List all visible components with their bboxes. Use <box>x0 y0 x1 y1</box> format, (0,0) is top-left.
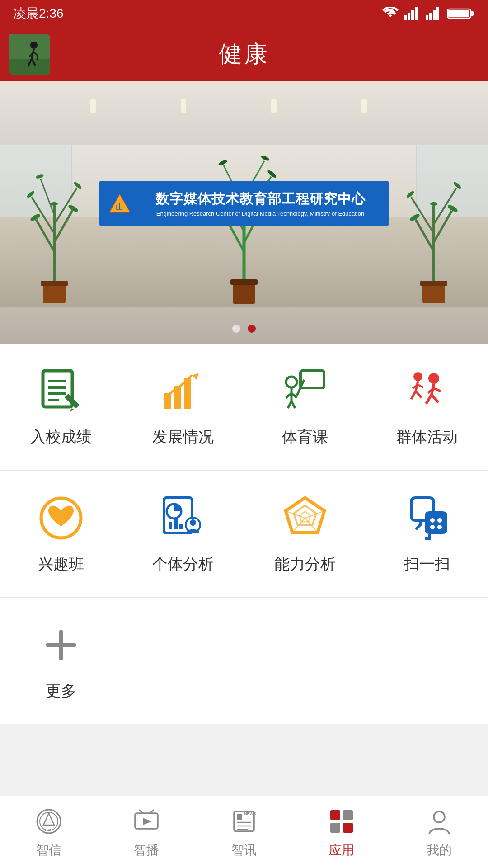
tab-bar: 1937 智信 智播 NEWS <box>0 796 488 868</box>
tab-zhixun[interactable]: NEWS 智讯 <box>195 796 293 868</box>
individual-analysis-label: 个体分析 <box>152 554 214 575</box>
svg-line-81 <box>291 401 295 408</box>
zhixin-icon: 1937 <box>33 806 65 837</box>
plant-center <box>212 152 276 307</box>
svg-rect-133 <box>330 823 340 833</box>
group-activity-label: 群体活动 <box>396 427 458 448</box>
ceiling-light-2 <box>181 99 186 113</box>
svg-point-49 <box>218 159 228 166</box>
svg-text:1937: 1937 <box>44 828 53 832</box>
banner: 山 数字媒体技术教育部工程研究中心 Engineering Research C… <box>0 81 488 344</box>
zhibo-label: 智播 <box>134 842 159 859</box>
page-title: 健康 <box>219 38 269 70</box>
svg-line-86 <box>416 391 422 398</box>
grid-row-2: 兴趣班 <box>0 471 488 598</box>
svg-rect-98 <box>169 522 172 529</box>
svg-point-60 <box>447 204 459 213</box>
grid-row-1: 入校成绩 发展情况 <box>0 344 488 471</box>
yingyong-icon <box>326 806 357 837</box>
svg-rect-99 <box>174 519 178 529</box>
svg-rect-3 <box>415 7 418 20</box>
signal-icon-2 <box>426 7 442 20</box>
svg-point-34 <box>35 173 44 179</box>
svg-rect-7 <box>436 7 439 20</box>
ability-analysis-icon <box>280 493 330 543</box>
svg-line-91 <box>426 395 432 404</box>
ability-analysis-label: 能力分析 <box>274 554 336 575</box>
group-activity-item[interactable]: 群体活动 <box>366 344 488 470</box>
ceiling-light-3 <box>271 99 277 113</box>
development-item[interactable]: 发展情况 <box>122 344 244 470</box>
scan-item[interactable]: 扫一扫 <box>366 471 488 597</box>
pe-class-icon <box>280 366 330 416</box>
entrance-score-icon <box>36 366 86 416</box>
interest-class-item[interactable]: 兴趣班 <box>0 471 122 597</box>
svg-point-76 <box>286 377 297 387</box>
empty-cell-2 <box>244 598 366 724</box>
more-item[interactable]: 更多 <box>0 598 122 724</box>
status-time: 凌晨2:36 <box>14 5 64 22</box>
interest-class-icon <box>36 493 86 543</box>
banner-dots <box>232 325 256 333</box>
svg-point-114 <box>437 525 442 529</box>
svg-marker-124 <box>143 818 152 825</box>
entrance-score-item[interactable]: 入校成绩 <box>0 344 122 470</box>
ability-analysis-item[interactable]: 能力分析 <box>244 471 366 597</box>
development-icon <box>158 366 208 416</box>
svg-line-25 <box>36 220 54 251</box>
svg-line-19 <box>37 56 38 60</box>
banner-sign: 山 数字媒体技术教育部工程研究中心 Engineering Research C… <box>99 181 389 226</box>
grid-menu: 入校成绩 发展情况 <box>0 344 488 724</box>
svg-rect-75 <box>300 371 324 388</box>
empty-cell-1 <box>122 598 244 724</box>
zhixun-label: 智讯 <box>231 842 257 859</box>
banner-sign-text: 数字媒体技术教育部工程研究中心 <box>136 190 384 208</box>
wode-label: 我的 <box>427 842 452 859</box>
svg-rect-37 <box>230 279 258 285</box>
avatar[interactable] <box>9 34 50 75</box>
svg-rect-132 <box>343 810 353 820</box>
svg-point-13 <box>30 42 38 49</box>
svg-point-89 <box>428 373 439 384</box>
empty-cell-3 <box>366 598 488 724</box>
svg-point-63 <box>430 202 437 206</box>
svg-text:NEWS: NEWS <box>244 811 256 816</box>
signal-icon-1 <box>404 7 420 20</box>
svg-line-94 <box>434 388 441 391</box>
individual-analysis-icon <box>158 493 208 543</box>
svg-line-56 <box>434 211 452 242</box>
svg-text:山: 山 <box>116 203 124 211</box>
svg-rect-131 <box>330 810 340 820</box>
more-icon <box>36 620 86 670</box>
svg-rect-1 <box>408 13 410 20</box>
svg-rect-36 <box>233 282 255 304</box>
tab-zhixin[interactable]: 1937 智信 <box>0 796 98 868</box>
zhixin-label: 智信 <box>36 842 61 859</box>
individual-analysis-item[interactable]: 个体分析 <box>122 471 244 597</box>
svg-point-112 <box>437 518 442 523</box>
svg-point-113 <box>430 525 435 529</box>
header: 健康 <box>0 27 488 81</box>
tab-wode[interactable]: 我的 <box>390 796 488 868</box>
pe-class-item[interactable]: 体育课 <box>244 344 366 470</box>
svg-rect-134 <box>343 823 353 833</box>
dot-2[interactable] <box>248 325 256 333</box>
tab-zhibo[interactable]: 智播 <box>98 796 195 868</box>
banner-sign-subtext: Engineering Research Center of Digital M… <box>136 210 384 217</box>
plant-left <box>27 161 81 307</box>
tab-yingyong[interactable]: 应用 <box>293 796 390 868</box>
status-bar: 凌晨2:36 <box>0 0 488 27</box>
dot-1[interactable] <box>232 325 240 333</box>
scan-icon <box>402 493 452 543</box>
yingyong-label: 应用 <box>329 842 354 859</box>
svg-rect-126 <box>237 814 242 820</box>
svg-line-85 <box>411 391 416 399</box>
svg-rect-9 <box>471 11 474 16</box>
svg-point-135 <box>434 811 445 822</box>
interest-class-label: 兴趣班 <box>38 554 84 575</box>
svg-line-92 <box>432 395 438 402</box>
svg-line-88 <box>418 385 423 387</box>
battery-icon <box>447 7 474 20</box>
entrance-score-label: 入校成绩 <box>30 427 92 448</box>
svg-marker-70 <box>69 408 75 411</box>
